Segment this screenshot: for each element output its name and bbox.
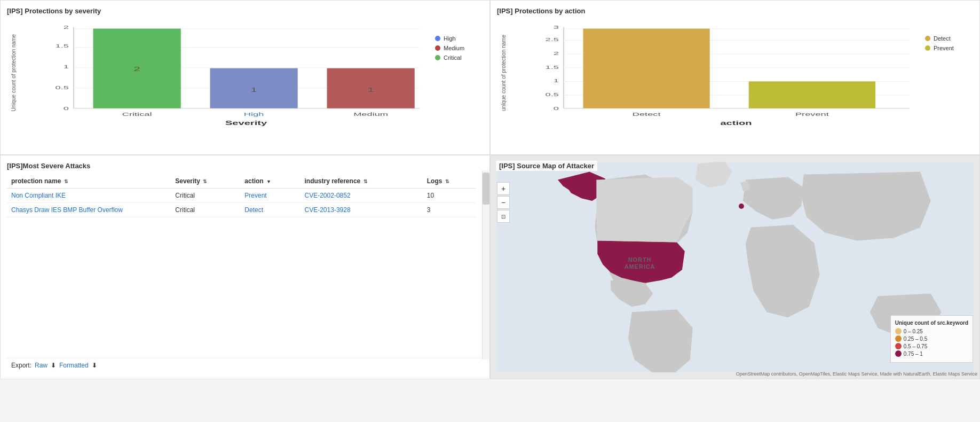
- svg-text:3: 3: [554, 25, 559, 30]
- svg-text:0.5: 0.5: [546, 91, 559, 97]
- legend-range-3: 0.5 – 0.75: [895, 343, 968, 349]
- legend-label-prevent: Prevent: [934, 45, 954, 51]
- legend-item-medium: Medium: [435, 45, 478, 51]
- svg-text:Prevent: Prevent: [795, 112, 829, 117]
- svg-text:Severity: Severity: [225, 120, 267, 126]
- legend-label-high: High: [444, 35, 456, 42]
- panel-protections-by-action: [IPS] Protections by action unique count…: [490, 0, 980, 155]
- svg-text:AMERICA: AMERICA: [625, 263, 655, 270]
- sort-action: ▼: [266, 179, 271, 184]
- svg-text:1: 1: [554, 78, 559, 83]
- sort-logs: ⇅: [445, 179, 449, 184]
- cell-protection-name[interactable]: Non Compliant IKE: [7, 189, 171, 203]
- svg-text:Medium: Medium: [353, 112, 388, 117]
- cell-action: Prevent: [240, 189, 300, 203]
- col-logs[interactable]: Logs ⇅: [423, 174, 476, 189]
- panel-protections-by-severity: [IPS] Protections by severity Unique cou…: [0, 0, 490, 155]
- legend-label-detect: Detect: [934, 35, 951, 42]
- legend-action: Detect Prevent: [920, 19, 973, 145]
- legend-item-prevent: Prevent: [925, 45, 968, 51]
- svg-text:0.5: 0.5: [56, 84, 69, 90]
- svg-rect-38: [749, 81, 875, 108]
- legend-label-medium: Medium: [444, 45, 464, 51]
- legend-dot-critical: [435, 55, 440, 60]
- table-row: Chasys Draw IES BMP Buffer Overflow Crit…: [7, 203, 476, 217]
- svg-text:Detect: Detect: [633, 112, 661, 117]
- legend-item-detect: Detect: [925, 35, 968, 42]
- col-action[interactable]: action ▼: [240, 174, 300, 189]
- panel-title-attacks: [IPS]Most Severe Attacks: [7, 162, 483, 170]
- bar-chart-action: 0 0.5 1 1.5 2 2.5 3: [525, 25, 914, 126]
- table-row: Non Compliant IKE Critical Prevent CVE-2…: [7, 189, 476, 203]
- svg-text:2: 2: [134, 66, 140, 73]
- map-zoom-in[interactable]: +: [497, 182, 510, 195]
- legend-dot-detect: [925, 36, 930, 41]
- map-controls: + − ⊡: [497, 182, 510, 223]
- sort-protection-name: ⇅: [64, 179, 68, 184]
- col-protection-name[interactable]: protection name ⇅: [7, 174, 171, 189]
- cell-logs: 3: [423, 203, 476, 217]
- y-axis-label-action: unique count of protection name: [501, 35, 507, 111]
- cell-action: Detect: [240, 203, 300, 217]
- sort-industry-reference: ⇅: [363, 179, 368, 184]
- svg-point-42: [739, 204, 744, 209]
- cell-industry-reference[interactable]: CVE-2013-3928: [301, 203, 423, 217]
- svg-text:1: 1: [251, 87, 257, 93]
- cell-severity: Critical: [171, 189, 240, 203]
- panel-most-severe-attacks: [IPS]Most Severe Attacks protection name…: [0, 155, 490, 379]
- panel-title-action: [IPS] Protections by action: [497, 7, 973, 15]
- map-zoom-out[interactable]: −: [497, 196, 510, 209]
- legend-color-1: [895, 328, 902, 334]
- legend-label-critical: Critical: [444, 54, 462, 61]
- panel-source-map: [IPS] Source Map of Attacker: [490, 155, 980, 379]
- map-legend: Unique count of src.keyword 0 – 0.25 0.2…: [890, 315, 973, 363]
- svg-text:1.5: 1.5: [546, 64, 559, 69]
- svg-text:0: 0: [554, 105, 559, 111]
- legend-severity: High Medium Critical: [430, 19, 483, 145]
- export-bar: Export: Raw ⬇ Formatted ⬇: [7, 358, 483, 372]
- export-label: Export:: [11, 362, 31, 369]
- legend-dot-prevent: [925, 45, 930, 51]
- svg-text:0: 0: [64, 105, 69, 111]
- map-panel-title-overlay: [IPS] Source Map of Attacker: [496, 161, 597, 171]
- col-severity[interactable]: Severity ⇅: [171, 174, 240, 189]
- svg-text:2: 2: [554, 51, 559, 56]
- legend-item-high: High: [435, 35, 478, 42]
- svg-text:1: 1: [368, 87, 374, 93]
- legend-color-3: [895, 343, 902, 349]
- map-reset[interactable]: ⊡: [497, 210, 510, 223]
- bar-chart-severity: 0 0.5 1 1.5 2 2 Critical 1: [35, 25, 424, 126]
- y-axis-label-severity: Unique count of protection name: [11, 34, 17, 112]
- svg-text:Critical: Critical: [122, 112, 152, 117]
- legend-dot-medium: [435, 45, 440, 51]
- col-industry-reference[interactable]: industry reference ⇅: [301, 174, 423, 189]
- export-raw[interactable]: Raw: [35, 362, 48, 369]
- cell-protection-name[interactable]: Chasys Draw IES BMP Buffer Overflow: [7, 203, 171, 217]
- legend-range-1: 0 – 0.25: [895, 328, 968, 334]
- scrollbar-thumb[interactable]: [483, 173, 489, 205]
- legend-color-4: [895, 350, 902, 357]
- svg-text:1: 1: [64, 64, 69, 69]
- svg-text:High: High: [244, 112, 264, 117]
- legend-range-4: 0.75 – 1: [895, 350, 968, 357]
- svg-rect-36: [583, 29, 710, 108]
- map-attribution: OpenStreetMap contributors, OpenMapTiles…: [736, 371, 977, 377]
- svg-text:2.5: 2.5: [546, 37, 559, 42]
- export-formatted[interactable]: Formatted: [59, 362, 89, 369]
- sort-severity: ⇅: [203, 179, 207, 184]
- attacks-table: protection name ⇅ Severity ⇅ action ▼: [7, 174, 476, 217]
- cell-logs: 10: [423, 189, 476, 203]
- legend-item-critical: Critical: [435, 54, 478, 61]
- table-scrollbar[interactable]: [482, 170, 489, 360]
- svg-text:2: 2: [64, 25, 69, 30]
- svg-text:1.5: 1.5: [56, 43, 69, 48]
- legend-color-2: [895, 335, 902, 342]
- svg-text:action: action: [720, 120, 752, 126]
- svg-text:NORTH: NORTH: [628, 256, 652, 263]
- legend-range-2: 0.25 – 0.5: [895, 335, 968, 342]
- panel-title-severity: [IPS] Protections by severity: [7, 7, 483, 15]
- attacks-table-scroll[interactable]: protection name ⇅ Severity ⇅ action ▼: [7, 174, 476, 358]
- legend-dot-high: [435, 36, 440, 41]
- cell-industry-reference[interactable]: CVE-2002-0852: [301, 189, 423, 203]
- map-legend-title: Unique count of src.keyword: [895, 320, 968, 326]
